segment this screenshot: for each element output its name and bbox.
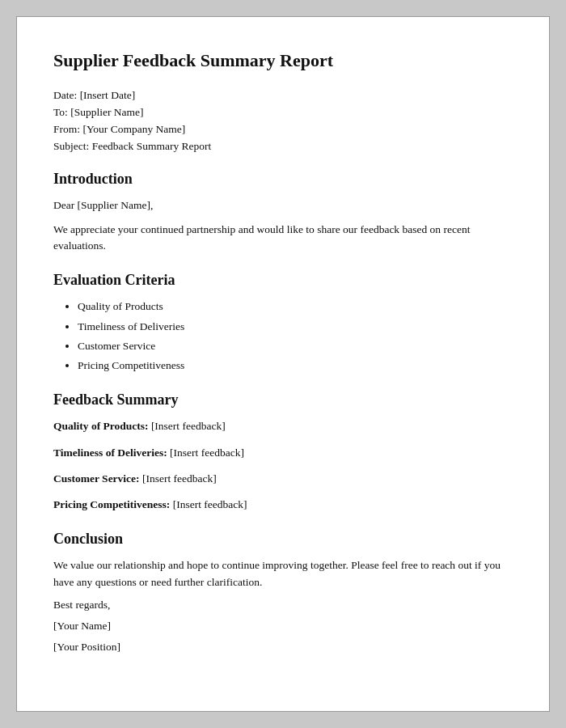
date-value: [Insert Date] [80,89,136,101]
list-item: Customer Service [78,338,513,354]
feedback-value-1: [Insert feedback] [151,420,226,432]
sign-off: Best regards, [53,599,513,612]
feedback-item-4: Pricing Competitiveness: [Insert feedbac… [53,497,513,513]
meta-date: Date: [Insert Date] [53,89,513,102]
conclusion-heading: Conclusion [53,531,513,548]
feedback-item-1: Quality of Products: [Insert feedback] [53,418,513,434]
signer-position: [Your Position] [53,641,513,654]
list-item: Pricing Competitiveness [78,358,513,374]
from-label: From: [53,123,82,135]
criteria-list: Quality of Products Timeliness of Delive… [78,298,513,374]
feedback-summary-heading: Feedback Summary [53,392,513,408]
signature-block: Best regards, [Your Name] [Your Position… [53,599,513,654]
introduction-salutation: Dear [Supplier Name], [53,197,513,214]
feedback-value-2: [Insert feedback] [170,447,244,459]
introduction-body: We appreciate your continued partnership… [53,222,513,255]
subject-label: Subject: [53,140,92,152]
signer-name: [Your Name] [53,620,513,633]
evaluation-criteria-heading: Evaluation Criteria [53,272,513,289]
conclusion-body: We value our relationship and hope to co… [53,557,513,590]
list-item: Timeliness of Deliveries [78,319,513,335]
feedback-label-1: Quality of Products: [53,420,151,432]
document-title: Supplier Feedback Summary Report [53,49,513,73]
subject-value: Feedback Summary Report [92,140,212,152]
feedback-value-3: [Insert feedback] [142,472,217,485]
feedback-label-4: Pricing Competitiveness: [53,498,173,510]
feedback-label-3: Customer Service: [53,472,142,485]
to-value: [Supplier Name] [70,106,143,118]
list-item: Quality of Products [78,298,513,315]
meta-block: Date: [Insert Date] To: [Supplier Name] … [53,89,513,153]
feedback-label-2: Timeliness of Deliveries: [53,447,170,459]
feedback-value-4: [Insert feedback] [173,498,247,510]
introduction-heading: Introduction [53,171,513,188]
meta-subject: Subject: Feedback Summary Report [53,140,513,153]
from-value: [Your Company Name] [82,123,185,135]
feedback-item-3: Customer Service: [Insert feedback] [53,471,513,487]
meta-from: From: [Your Company Name] [53,123,513,136]
feedback-item-2: Timeliness of Deliveries: [Insert feedba… [53,445,513,461]
document: Supplier Feedback Summary Report Date: [… [16,16,550,712]
meta-to: To: [Supplier Name] [53,106,513,119]
to-label: To: [53,106,70,118]
date-label: Date: [53,89,80,101]
